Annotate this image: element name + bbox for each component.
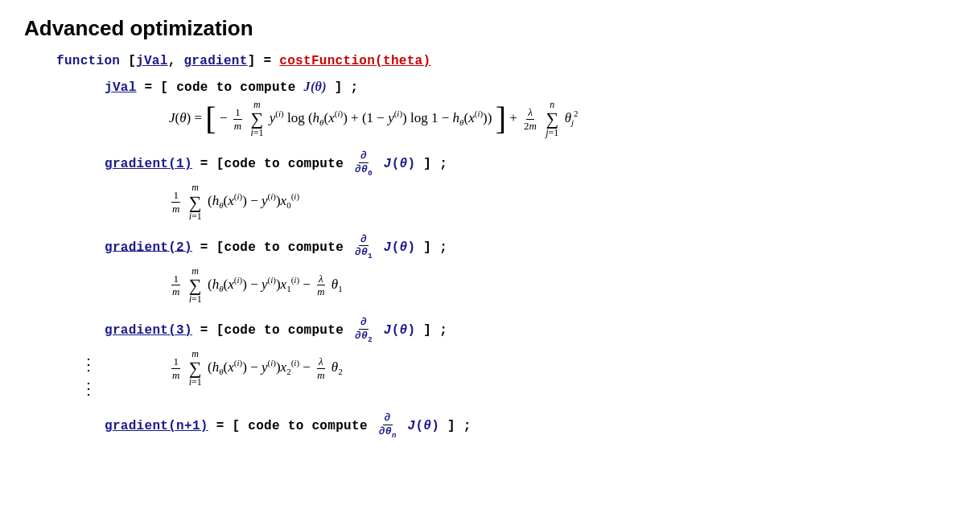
gradient1-formula: 1 m m ∑ i=1 (hθ(x(i)) − y(i))x0(i)	[40, 183, 956, 221]
equals-sign: =	[263, 54, 279, 68]
cost-function: costFunction(theta)	[279, 54, 430, 68]
gradient2-bracket: [code to compute	[216, 240, 352, 254]
gradient2-end: ] ;	[423, 240, 447, 254]
gradient1-code-line: gradient(1) = [code to compute ∂ ∂θ0 J(θ…	[40, 150, 956, 178]
comma: ,	[168, 54, 184, 68]
gradient3-formula-area: ⋮⋮ 1 m m ∑ i=1 (hθ(x(i)) − y(i))x2(i) − …	[40, 349, 956, 400]
gradient-n1-equals: =	[216, 419, 233, 433]
gradient2-formula: 1 m m ∑ i=1 (hθ(x(i)) − y(i))x1(i) − λ m…	[40, 266, 956, 305]
vdots: ⋮⋮	[80, 349, 97, 400]
gradient-n1-partial: ∂ ∂θn	[377, 412, 398, 440]
jval-equals: =	[145, 80, 161, 95]
page-container: Advanced optimization function [jVal, gr…	[24, 16, 956, 440]
jval-var: jVal	[136, 54, 168, 68]
gradient2-section: gradient(2) = [code to compute ∂ ∂θ1 J(θ…	[40, 233, 956, 305]
frac-1-m-g3: 1 m	[171, 355, 181, 381]
gradient1-bracket: [code to compute	[216, 157, 352, 171]
gradient-n1-section: gradient(n+1) = [ code to compute ∂ ∂θn …	[40, 412, 956, 440]
frac-lambda-m-g3: λ m	[315, 355, 326, 381]
gradient1-end: ] ;	[423, 157, 447, 171]
gradient3-label: gradient(3)	[105, 323, 192, 338]
bracket-close: ]	[248, 54, 256, 68]
jval-formula: J(θ) = [ − 1 m m ∑ i=1 y(i) log (hθ(x(i)…	[40, 100, 956, 138]
sum-g3: m ∑ i=1	[189, 349, 202, 388]
sum-jval: m ∑ i=1	[250, 100, 263, 138]
big-bracket-open: [	[205, 101, 216, 137]
gradient3-code-line: gradient(3) = [code to compute ∂ ∂θ2 J(θ…	[40, 316, 956, 344]
content-area: function [jVal, gradient] = costFunction…	[24, 54, 956, 440]
gradient1-equals: =	[200, 157, 216, 171]
gradient2-partial: ∂ ∂θ1	[353, 233, 374, 261]
gradient-n1-end: ] ;	[447, 419, 471, 433]
frac-1-m-jval: 1 m	[233, 106, 243, 132]
sum-g1: m ∑ i=1	[189, 183, 202, 221]
jval-end: ] ;	[335, 80, 359, 95]
gradient-n1-code-line: gradient(n+1) = [ code to compute ∂ ∂θn …	[40, 412, 956, 440]
function-definition-line: function [jVal, gradient] = costFunction…	[40, 54, 956, 68]
jval-code-line: jVal = [ code to compute J(θ) ] ;	[40, 80, 956, 95]
frac-lambda-m-g2: λ m	[315, 273, 326, 298]
frac-1-m-g1: 1 m	[171, 189, 181, 215]
gradient3-section: gradient(3) = [code to compute ∂ ∂θ2 J(θ…	[40, 316, 956, 400]
jval-math: J(θ)	[304, 80, 327, 93]
gradient3-equals: =	[200, 323, 216, 338]
gradient3-formula: 1 m m ∑ i=1 (hθ(x(i)) − y(i))x2(i) − λ m…	[121, 349, 343, 388]
frac-1-m-g2: 1 m	[171, 273, 181, 298]
keyword-function: function	[56, 54, 120, 68]
gradient3-end: ] ;	[423, 323, 447, 338]
page-title: Advanced optimization	[24, 16, 956, 41]
jval-bracket: [ code to compute	[160, 80, 303, 95]
output-vars: [	[128, 54, 136, 68]
gradient3-partial: ∂ ∂θ2	[353, 316, 374, 344]
big-bracket-close: ]	[496, 101, 506, 137]
gradient2-equals: =	[200, 240, 216, 254]
gradient-n1-label: gradient(n+1)	[105, 419, 208, 433]
jval-code-var: jVal	[105, 80, 137, 95]
gradient1-label: gradient(1)	[105, 157, 192, 171]
sum-lambda: n ∑ j=1	[546, 100, 558, 138]
gradient-n1-bracket: [ code to compute	[232, 419, 375, 433]
gradient2-code-line: gradient(2) = [code to compute ∂ ∂θ1 J(θ…	[40, 233, 956, 261]
gradient1-section: gradient(1) = [code to compute ∂ ∂θ0 J(θ…	[40, 150, 956, 221]
gradient1-partial: ∂ ∂θ0	[353, 150, 374, 178]
gradient-var: gradient	[183, 54, 247, 68]
gradient2-label: gradient(2)	[105, 240, 192, 254]
sum-g2: m ∑ i=1	[189, 266, 202, 305]
gradient3-bracket: [code to compute	[216, 323, 352, 338]
frac-lambda-2m: λ 2m	[522, 106, 538, 132]
jval-section: jVal = [ code to compute J(θ) ] ; J(θ) =…	[40, 80, 956, 138]
